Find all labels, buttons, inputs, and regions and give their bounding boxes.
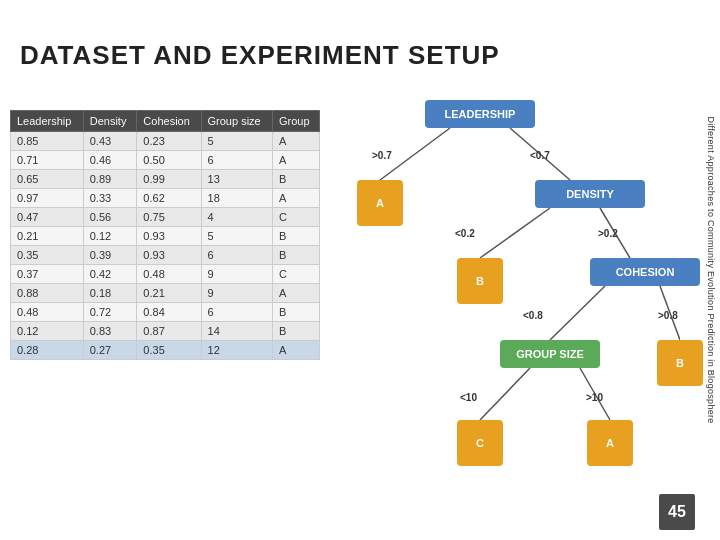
decision-tree: LEADERSHIP >0.7 <0.7 A DENSITY <0.2 >0.2… <box>340 100 680 520</box>
svg-line-6 <box>480 368 530 420</box>
tree-node-a2: A <box>587 420 633 466</box>
tree-node-c: C <box>457 420 503 466</box>
table-row: 0.970.330.6218A <box>11 189 320 208</box>
table-row: 0.470.560.754C <box>11 208 320 227</box>
svg-line-2 <box>480 208 550 258</box>
tree-node-b2: B <box>657 340 703 386</box>
table-row: 0.650.890.9913B <box>11 170 320 189</box>
table-header-row: Leadership Density Cohesion Group size G… <box>11 111 320 132</box>
table-row: 0.210.120.935B <box>11 227 320 246</box>
col-header-leadership: Leadership <box>11 111 84 132</box>
tree-node-groupsize: GROUP SIZE <box>500 340 600 368</box>
col-header-groupsize: Group size <box>201 111 272 132</box>
table-row: 0.120.830.8714B <box>11 322 320 341</box>
svg-line-4 <box>550 286 605 340</box>
tree-node-cohesion: COHESION <box>590 258 700 286</box>
table-row: 0.350.390.936B <box>11 246 320 265</box>
table-row: 0.480.720.846B <box>11 303 320 322</box>
table-row: 0.880.180.219A <box>11 284 320 303</box>
col-header-group: Group <box>272 111 319 132</box>
edge-label-lt08: <0.8 <box>523 310 543 321</box>
tree-node-b: B <box>457 258 503 304</box>
edge-label-lt10: <10 <box>460 392 477 403</box>
table-row: 0.280.270.3512A <box>11 341 320 360</box>
tree-node-a1: A <box>357 180 403 226</box>
table-row: 0.370.420.489C <box>11 265 320 284</box>
edge-label-gt08: >0.8 <box>658 310 678 321</box>
edge-label-gt10: >10 <box>586 392 603 403</box>
dataset-table: Leadership Density Cohesion Group size G… <box>10 110 320 360</box>
edge-label-gt07: >0.7 <box>372 150 392 161</box>
edge-label-lt02: <0.2 <box>455 228 475 239</box>
edge-label-gt02: >0.2 <box>598 228 618 239</box>
table-row: 0.710.460.506A <box>11 151 320 170</box>
col-header-cohesion: Cohesion <box>137 111 201 132</box>
data-table-container: Leadership Density Cohesion Group size G… <box>10 110 320 360</box>
tree-node-leadership: LEADERSHIP <box>425 100 535 128</box>
tree-node-density: DENSITY <box>535 180 645 208</box>
vertical-side-text: Different Approaches to Community Evolut… <box>702 0 720 540</box>
page-title: DATASET AND EXPERIMENT SETUP <box>20 40 500 71</box>
page-number: 45 <box>659 494 695 530</box>
col-header-density: Density <box>83 111 137 132</box>
table-row: 0.850.430.235A <box>11 132 320 151</box>
edge-label-lt07: <0.7 <box>530 150 550 161</box>
